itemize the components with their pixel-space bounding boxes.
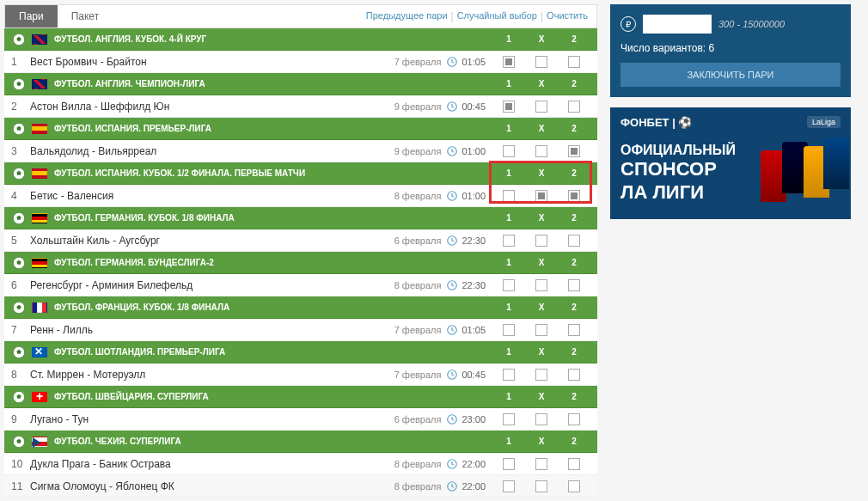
tab-pari[interactable]: Пари bbox=[5, 5, 58, 27]
match-name[interactable]: Вест Бромвич - Брайтон bbox=[30, 56, 394, 68]
league-header[interactable]: ФУТБОЛ. АНГЛИЯ. ЧЕМПИОН-ЛИГА 1 X 2 bbox=[4, 73, 597, 95]
col-x: X bbox=[525, 34, 558, 44]
outcome-x-checkbox[interactable] bbox=[535, 101, 547, 113]
link-previous-bet[interactable]: Предыдущее пари bbox=[366, 10, 448, 22]
row-number: 5 bbox=[11, 235, 30, 247]
col-2: 2 bbox=[558, 34, 590, 44]
col-2: 2 bbox=[558, 347, 590, 357]
outcome-2-checkbox[interactable] bbox=[568, 101, 580, 113]
match-name[interactable]: Сигма Оломоуц - Яблонец ФК bbox=[30, 480, 394, 492]
outcome-1-checkbox[interactable] bbox=[503, 413, 515, 425]
soccer-icon bbox=[11, 121, 27, 137]
outcome-2-checkbox[interactable] bbox=[568, 190, 580, 202]
place-bet-button[interactable]: ЗАКЛЮЧИТЬ ПАРИ bbox=[620, 63, 840, 87]
outcome-2-checkbox[interactable] bbox=[568, 235, 580, 247]
outcome-1-checkbox[interactable] bbox=[503, 101, 515, 113]
flag-icon bbox=[32, 347, 47, 357]
outcome-x-checkbox[interactable] bbox=[535, 324, 547, 336]
outcome-x-checkbox[interactable] bbox=[535, 458, 547, 470]
league-header[interactable]: ФУТБОЛ. ИСПАНИЯ. ПРЕМЬЕР-ЛИГА 1 X 2 bbox=[4, 118, 597, 140]
col-1: 1 bbox=[492, 34, 525, 44]
soccer-icon bbox=[11, 434, 27, 449]
outcome-x-checkbox[interactable] bbox=[535, 480, 547, 492]
match-row: 9 Лугано - Тун 6 февраля 23:00 bbox=[4, 408, 597, 431]
outcome-1-checkbox[interactable] bbox=[503, 369, 515, 381]
league-header[interactable]: ФУТБОЛ. ШОТЛАНДИЯ. ПРЕМЬЕР-ЛИГА 1 X 2 bbox=[4, 341, 597, 364]
match-row: 11 Сигма Оломоуц - Яблонец ФК 8 февраля … bbox=[4, 475, 597, 498]
soccer-icon bbox=[11, 389, 27, 405]
outcome-x-checkbox[interactable] bbox=[535, 190, 547, 202]
outcome-2-checkbox[interactable] bbox=[568, 279, 580, 291]
flag-icon bbox=[32, 213, 47, 223]
match-name[interactable]: Регенсбург - Арминия Билефельд bbox=[30, 279, 394, 291]
col-x: X bbox=[525, 437, 558, 446]
col-2: 2 bbox=[558, 124, 590, 133]
promo-banner[interactable]: ФОНБЕТ | ⚽ LaLiga ОФИЦИАЛЬНЫЙ СПОНСОР ЛА… bbox=[610, 107, 851, 219]
col-1: 1 bbox=[492, 302, 525, 312]
outcome-2-checkbox[interactable] bbox=[568, 324, 580, 336]
tab-paket[interactable]: Пакет bbox=[58, 5, 113, 27]
league-header[interactable]: ФУТБОЛ. ГЕРМАНИЯ. БУНДЕСЛИГА-2 1 X 2 bbox=[4, 252, 597, 274]
league-header[interactable]: ФУТБОЛ. ШВЕЙЦАРИЯ. СУПЕРЛИГА 1 X 2 bbox=[4, 386, 597, 408]
match-time: 01:05 bbox=[462, 57, 486, 67]
league-header[interactable]: ФУТБОЛ. ГЕРМАНИЯ. КУБОК. 1/8 ФИНАЛА 1 X … bbox=[4, 207, 597, 229]
sidebar: ₽ 300 - 15000000 Число вариантов: 6 ЗАКЛ… bbox=[610, 4, 851, 498]
col-1: 1 bbox=[492, 124, 525, 133]
outcome-2-checkbox[interactable] bbox=[568, 369, 580, 381]
match-name[interactable]: Лугано - Тун bbox=[30, 413, 394, 425]
col-2: 2 bbox=[558, 437, 590, 446]
league-header[interactable]: ФУТБОЛ. ЧЕХИЯ. СУПЕРЛИГА 1 X 2 bbox=[4, 431, 597, 453]
row-number: 7 bbox=[11, 324, 30, 336]
match-row: 4 Бетис - Валенсия 8 февраля 01:00 bbox=[4, 185, 597, 207]
outcome-1-checkbox[interactable] bbox=[503, 458, 515, 470]
soccer-icon bbox=[11, 166, 27, 181]
outcome-x-checkbox[interactable] bbox=[535, 145, 547, 157]
league-header[interactable]: ФУТБОЛ. АНГЛИЯ. КУБОК. 4-Й КРУГ 1 X 2 bbox=[4, 28, 597, 51]
outcome-1-checkbox[interactable] bbox=[503, 190, 515, 202]
row-number: 3 bbox=[11, 145, 30, 157]
match-name[interactable]: Хольштайн Киль - Аугсбург bbox=[30, 235, 394, 247]
outcome-1-checkbox[interactable] bbox=[503, 145, 515, 157]
match-name[interactable]: Астон Вилла - Шеффилд Юн bbox=[30, 101, 394, 113]
league-header[interactable]: ФУТБОЛ. ИСПАНИЯ. КУБОК. 1/2 ФИНАЛА. ПЕРВ… bbox=[4, 162, 597, 185]
outcome-1-checkbox[interactable] bbox=[503, 235, 515, 247]
outcome-x-checkbox[interactable] bbox=[535, 235, 547, 247]
link-clear[interactable]: Очистить bbox=[547, 10, 588, 22]
outcome-x-checkbox[interactable] bbox=[535, 279, 547, 291]
outcome-2-checkbox[interactable] bbox=[568, 480, 580, 492]
col-x: X bbox=[525, 168, 558, 178]
clock-icon bbox=[446, 279, 458, 291]
col-x: X bbox=[525, 392, 558, 401]
outcome-1-checkbox[interactable] bbox=[503, 480, 515, 492]
match-name[interactable]: Вальядолид - Вильярреал bbox=[30, 145, 394, 157]
stake-input[interactable] bbox=[643, 15, 712, 34]
col-x: X bbox=[525, 258, 558, 267]
match-name[interactable]: Ренн - Лилль bbox=[30, 324, 394, 336]
match-time: 00:45 bbox=[462, 370, 486, 380]
outcome-2-checkbox[interactable] bbox=[568, 56, 580, 68]
flag-icon bbox=[32, 258, 47, 268]
outcome-1-checkbox[interactable] bbox=[503, 324, 515, 336]
league-title: ФУТБОЛ. АНГЛИЯ. КУБОК. 4-Й КРУГ bbox=[54, 34, 492, 44]
outcome-x-checkbox[interactable] bbox=[535, 56, 547, 68]
outcome-1-checkbox[interactable] bbox=[503, 279, 515, 291]
league-header[interactable]: ФУТБОЛ. ФРАНЦИЯ. КУБОК. 1/8 ФИНАЛА 1 X 2 bbox=[4, 296, 597, 319]
col-x: X bbox=[525, 347, 558, 357]
outcome-2-checkbox[interactable] bbox=[568, 458, 580, 470]
match-name[interactable]: Бетис - Валенсия bbox=[30, 190, 394, 202]
outcome-x-checkbox[interactable] bbox=[535, 369, 547, 381]
match-date: 8 февраля bbox=[394, 280, 442, 290]
match-name[interactable]: Ст. Миррен - Мотеруэлл bbox=[30, 369, 394, 381]
clock-icon bbox=[446, 369, 458, 381]
match-date: 7 февраля bbox=[394, 370, 442, 380]
outcome-1-checkbox[interactable] bbox=[503, 56, 515, 68]
link-random[interactable]: Случайный выбор bbox=[457, 10, 537, 22]
outcome-2-checkbox[interactable] bbox=[568, 145, 580, 157]
league-title: ФУТБОЛ. ИСПАНИЯ. КУБОК. 1/2 ФИНАЛА. ПЕРВ… bbox=[54, 168, 492, 178]
flag-icon bbox=[32, 124, 47, 134]
outcome-x-checkbox[interactable] bbox=[535, 413, 547, 425]
outcome-2-checkbox[interactable] bbox=[568, 413, 580, 425]
clock-icon bbox=[446, 235, 458, 247]
match-name[interactable]: Дукла Прага - Баник Острава bbox=[30, 458, 394, 470]
events-panel: Пари Пакет Предыдущее пари | Случайный в… bbox=[4, 4, 597, 498]
